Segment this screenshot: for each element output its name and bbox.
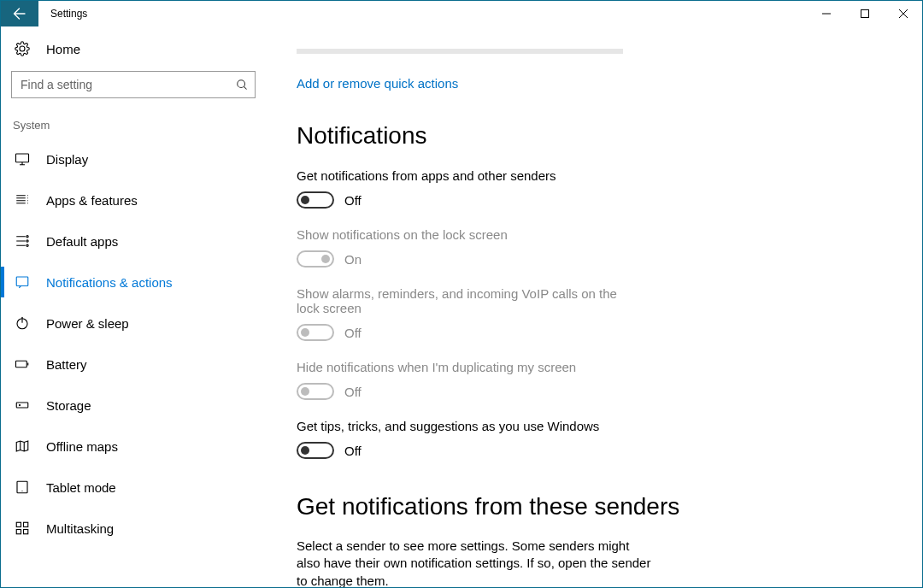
window-controls bbox=[807, 1, 922, 26]
sidebar-item-label: Notifications & actions bbox=[46, 275, 173, 290]
svg-rect-2 bbox=[16, 154, 29, 162]
toggle-tips[interactable] bbox=[297, 442, 334, 459]
maximize-icon bbox=[861, 9, 869, 18]
back-button[interactable] bbox=[1, 1, 38, 26]
setting-tips: Get tips, tricks, and suggestions as you… bbox=[297, 419, 638, 459]
toggle-state: On bbox=[344, 252, 362, 267]
sidebar-item-notifications[interactable]: Notifications & actions bbox=[1, 262, 266, 303]
display-icon bbox=[14, 151, 31, 167]
arrow-left-icon bbox=[13, 7, 26, 21]
defaults-icon bbox=[14, 233, 31, 249]
setting-get-notifications: Get notifications from apps and other se… bbox=[297, 168, 638, 209]
storage-icon bbox=[14, 397, 31, 413]
svg-rect-8 bbox=[16, 361, 27, 368]
close-button[interactable] bbox=[884, 1, 922, 26]
quick-actions-link[interactable]: Add or remove quick actions bbox=[297, 76, 458, 91]
toggle-state: Off bbox=[344, 444, 362, 458]
minimize-button[interactable] bbox=[807, 1, 845, 26]
toggle-alarms-voip bbox=[297, 324, 334, 341]
nav-list: Display Apps & features Default apps Not… bbox=[1, 138, 266, 549]
sidebar-item-label: Multitasking bbox=[46, 521, 114, 536]
setting-label: Hide notifications when I'm duplicating … bbox=[297, 360, 638, 374]
sidebar-item-default-apps[interactable]: Default apps bbox=[1, 220, 266, 262]
sidebar-item-offline-maps[interactable]: Offline maps bbox=[1, 426, 266, 467]
setting-hide-duplicating: Hide notifications when I'm duplicating … bbox=[297, 360, 638, 400]
power-icon bbox=[14, 315, 31, 331]
sidebar-item-apps-features[interactable]: Apps & features bbox=[1, 179, 266, 220]
svg-rect-0 bbox=[861, 10, 868, 18]
sidebar-item-multitasking[interactable]: Multitasking bbox=[1, 508, 266, 549]
svg-rect-15 bbox=[16, 530, 21, 534]
tablet-icon bbox=[14, 479, 31, 495]
search-input[interactable] bbox=[21, 78, 236, 91]
senders-paragraph: Select a sender to see more settings. So… bbox=[297, 538, 656, 587]
toggle-get-notifications[interactable] bbox=[297, 191, 334, 209]
svg-rect-9 bbox=[16, 403, 28, 408]
setting-lock-screen: Show notifications on the lock screen On bbox=[297, 227, 638, 268]
sidebar-item-storage[interactable]: Storage bbox=[1, 385, 266, 426]
maps-icon bbox=[14, 438, 31, 454]
svg-point-1 bbox=[238, 80, 245, 88]
sidebar-item-label: Default apps bbox=[46, 234, 118, 249]
toggle-state: Off bbox=[344, 326, 362, 340]
sidebar-item-battery[interactable]: Battery bbox=[1, 344, 266, 385]
battery-icon bbox=[14, 356, 31, 372]
minimize-icon bbox=[822, 9, 831, 18]
svg-rect-6 bbox=[16, 277, 28, 286]
setting-label: Show notifications on the lock screen bbox=[297, 227, 638, 242]
toggle-state: Off bbox=[344, 385, 362, 399]
setting-label: Get notifications from apps and other se… bbox=[297, 168, 638, 183]
svg-point-5 bbox=[26, 244, 28, 246]
notifications-icon bbox=[14, 274, 31, 290]
apps-icon bbox=[14, 192, 31, 208]
toggle-state: Off bbox=[344, 193, 362, 208]
sidebar-item-label: Power & sleep bbox=[46, 316, 129, 331]
quick-actions-bar bbox=[297, 49, 623, 54]
titlebar: Settings bbox=[1, 1, 922, 26]
svg-rect-16 bbox=[24, 530, 28, 534]
svg-point-10 bbox=[19, 404, 21, 406]
window-title: Settings bbox=[38, 1, 807, 26]
setting-alarms-voip: Show alarms, reminders, and incoming VoI… bbox=[297, 286, 638, 341]
settings-window: Settings Home bbox=[0, 0, 923, 588]
sidebar-item-label: Offline maps bbox=[46, 439, 118, 454]
svg-point-3 bbox=[26, 236, 28, 238]
sidebar-item-label: Display bbox=[46, 152, 88, 167]
home-button[interactable]: Home bbox=[1, 26, 266, 71]
sidebar-item-label: Tablet mode bbox=[46, 480, 116, 495]
toggle-lock-screen bbox=[297, 250, 334, 268]
sidebar: Home System Display Apps & fea bbox=[1, 26, 266, 587]
sidebar-item-label: Storage bbox=[46, 398, 91, 413]
search-icon bbox=[236, 79, 248, 91]
setting-label: Get tips, tricks, and suggestions as you… bbox=[297, 419, 638, 433]
svg-rect-13 bbox=[16, 522, 21, 526]
sidebar-item-label: Apps & features bbox=[46, 193, 138, 208]
search-box[interactable] bbox=[11, 71, 256, 98]
multitask-icon bbox=[14, 520, 31, 536]
svg-rect-14 bbox=[24, 522, 28, 526]
close-icon bbox=[899, 9, 908, 18]
setting-label: Show alarms, reminders, and incoming VoI… bbox=[297, 286, 638, 315]
sidebar-item-tablet-mode[interactable]: Tablet mode bbox=[1, 467, 266, 508]
home-label: Home bbox=[46, 42, 80, 56]
section-label: System bbox=[1, 110, 266, 138]
gear-icon bbox=[14, 41, 31, 56]
sidebar-item-display[interactable]: Display bbox=[1, 138, 266, 179]
svg-point-4 bbox=[26, 240, 28, 242]
sidebar-item-power-sleep[interactable]: Power & sleep bbox=[1, 303, 266, 344]
notifications-heading: Notifications bbox=[297, 122, 888, 150]
senders-heading: Get notifications from these senders bbox=[297, 493, 888, 520]
maximize-button[interactable] bbox=[845, 1, 884, 26]
content-area: Add or remove quick actions Notification… bbox=[266, 26, 922, 587]
svg-point-12 bbox=[21, 491, 22, 491]
sidebar-item-label: Battery bbox=[46, 357, 87, 372]
toggle-hide-duplicating bbox=[297, 383, 334, 400]
